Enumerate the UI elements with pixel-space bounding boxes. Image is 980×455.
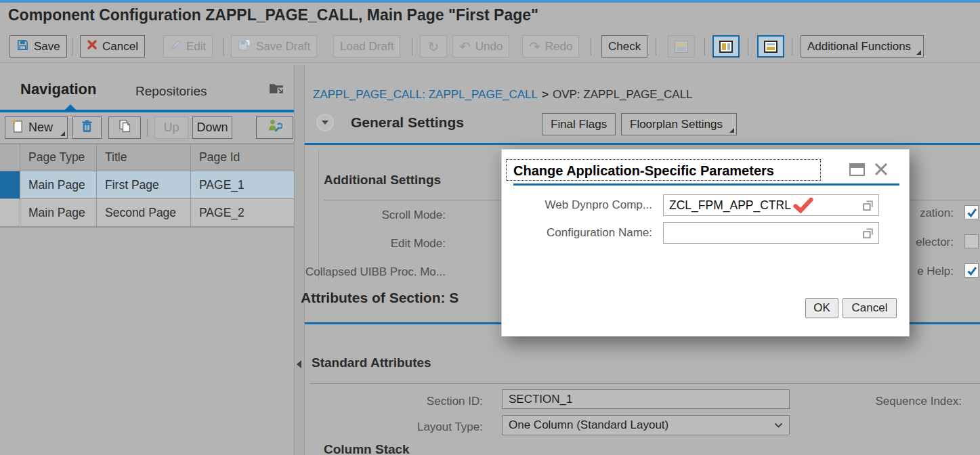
edit-label: Edit — [186, 40, 206, 53]
row-selector-cell[interactable] — [0, 171, 20, 198]
copy-pages-icon — [118, 118, 131, 137]
cell-page-type[interactable]: Main Page — [20, 171, 96, 198]
checkbox-checked[interactable] — [964, 205, 979, 219]
cell-page-type[interactable]: Main Page — [20, 199, 96, 226]
layout-single-icon — [675, 41, 688, 53]
value-help-icon[interactable] — [861, 227, 874, 240]
tab-repositories[interactable]: Repositories — [135, 84, 207, 99]
breadcrumb-link[interactable]: ZAPPL_PAGE_CALL: ZAPPL_PAGE_CALL — [313, 88, 538, 101]
tab-navigation[interactable]: Navigation — [20, 81, 96, 98]
table-header-row: Page Type Title Page Id — [0, 144, 294, 171]
panel-splitter[interactable] — [294, 65, 305, 455]
undo-button[interactable]: ↶ Undo — [452, 35, 509, 58]
down-button[interactable]: Down — [192, 116, 232, 139]
toolbar-separator — [412, 38, 412, 56]
edit-mode-label: Edit Mode: — [304, 236, 446, 252]
copy-button[interactable] — [108, 116, 141, 139]
save-icon — [16, 39, 29, 55]
table-row[interactable]: Main Page Second Page PAGE_2 — [0, 199, 294, 227]
close-icon[interactable] — [873, 161, 889, 180]
floorplan-settings-button[interactable]: Floorplan Settings — [621, 113, 737, 135]
menu-corner-icon — [729, 128, 734, 133]
row-selector-cell[interactable] — [0, 199, 20, 226]
layout-single-toggle[interactable] — [668, 35, 695, 58]
save-button[interactable]: Save — [9, 35, 67, 58]
column-header-page-id[interactable]: Page Id — [190, 144, 294, 171]
additional-functions-button[interactable]: Additional Functions — [801, 35, 924, 58]
dialog-accent-line — [513, 183, 899, 186]
layout-type-label: Layout Type: — [304, 417, 483, 437]
table-row-selected[interactable]: Main Page First Page PAGE_1 — [0, 171, 294, 199]
chevron-down-icon — [322, 121, 328, 125]
refresh-button[interactable]: ↻ — [420, 35, 447, 58]
toolbar-separator — [591, 38, 591, 56]
chevron-down-icon — [774, 422, 783, 429]
checkbox-unchecked[interactable] — [964, 234, 979, 248]
ok-button[interactable]: OK — [805, 298, 838, 318]
redo-button[interactable]: ↷ Redo — [522, 35, 579, 58]
menu-corner-icon — [60, 131, 65, 136]
tabbar-accent-line — [0, 110, 294, 112]
additional-functions-label: Additional Functions — [807, 40, 911, 53]
edit-button[interactable]: Edit — [163, 35, 213, 58]
web-dynpro-component-label: Web Dynpro Comp... — [513, 194, 652, 216]
delete-button[interactable] — [72, 116, 102, 139]
final-flags-button[interactable]: Final Flags — [542, 113, 616, 135]
checkbox-checked[interactable] — [964, 263, 979, 278]
collapsed-uibb-label: Collapsed UIBB Proc. Mo... — [304, 264, 446, 280]
cancel-icon — [87, 39, 98, 53]
breadcrumb-separator: > — [538, 88, 553, 101]
toolbar-separator — [72, 38, 72, 56]
check-icon — [966, 207, 977, 218]
cancel-button[interactable]: Cancel — [80, 35, 145, 58]
main-toolbar: Save Cancel Edit Save Draft Load Draft ↻… — [0, 32, 980, 63]
user-settings-button[interactable] — [256, 116, 293, 139]
cell-title[interactable]: Second Page — [96, 199, 190, 226]
pages-table: Page Type Title Page Id Main Page First … — [0, 143, 294, 228]
collapse-general-settings-button[interactable] — [316, 114, 334, 131]
layout-type-select[interactable]: One Column (Standard Layout) — [502, 415, 790, 435]
section-id-input[interactable]: SECTION_1 — [502, 389, 790, 409]
menu-corner-icon — [916, 50, 921, 55]
standard-attributes-title: Standard Attributes — [312, 355, 431, 370]
cell-title[interactable]: First Page — [96, 171, 190, 198]
detach-panel-icon[interactable] — [268, 81, 284, 98]
new-button[interactable]: New — [5, 116, 68, 139]
collapse-panel-arrow-icon[interactable] — [297, 360, 301, 368]
save-label: Save — [34, 40, 60, 53]
cell-page-id[interactable]: PAGE_1 — [190, 171, 294, 198]
selected-tab-pointer — [65, 104, 76, 110]
column-header-title[interactable]: Title — [96, 144, 190, 171]
load-draft-button[interactable]: Load Draft — [333, 35, 400, 58]
redo-label: Redo — [545, 40, 573, 53]
layout-horizontal-split-toggle[interactable] — [757, 35, 784, 58]
load-draft-label: Load Draft — [340, 40, 393, 53]
cell-page-id[interactable]: PAGE_2 — [190, 199, 294, 226]
dialog-title: Change Application-Specific Parameters — [506, 159, 821, 181]
undo-icon: ↶ — [459, 40, 471, 53]
refresh-icon: ↻ — [428, 40, 440, 53]
column-header-page-type[interactable]: Page Type — [20, 144, 96, 171]
additional-settings-title: Additional Settings — [324, 173, 441, 188]
ok-label: OK — [813, 301, 830, 315]
layout-vertical-split-icon — [719, 41, 733, 53]
layout-vertical-split-toggle[interactable] — [712, 35, 740, 58]
configuration-name-input[interactable] — [663, 222, 879, 244]
toolbar-separator — [704, 38, 705, 56]
check-button[interactable]: Check — [601, 35, 647, 58]
layout-horizontal-split-icon — [764, 41, 777, 53]
save-draft-button[interactable]: Save Draft — [231, 35, 317, 58]
up-button[interactable]: Up — [154, 116, 188, 139]
screen: Component Configuration ZAPPL_PAGE_CALL,… — [0, 0, 980, 455]
floorplan-settings-label: Floorplan Settings — [630, 118, 723, 131]
valid-check-icon — [793, 198, 813, 213]
section-accent-line — [305, 143, 980, 145]
toolbar-separator — [223, 38, 224, 56]
sequence-index-label: Sequence Index: — [840, 391, 962, 411]
dialog-cancel-button[interactable]: Cancel — [843, 298, 897, 318]
undo-label: Undo — [475, 40, 503, 53]
value-help-icon[interactable] — [861, 199, 874, 212]
web-dynpro-component-input[interactable]: ZCL_FPM_APP_CTRL — [663, 194, 879, 216]
maximize-icon[interactable] — [849, 163, 865, 176]
layout-type-value: One Column (Standard Layout) — [509, 418, 774, 432]
